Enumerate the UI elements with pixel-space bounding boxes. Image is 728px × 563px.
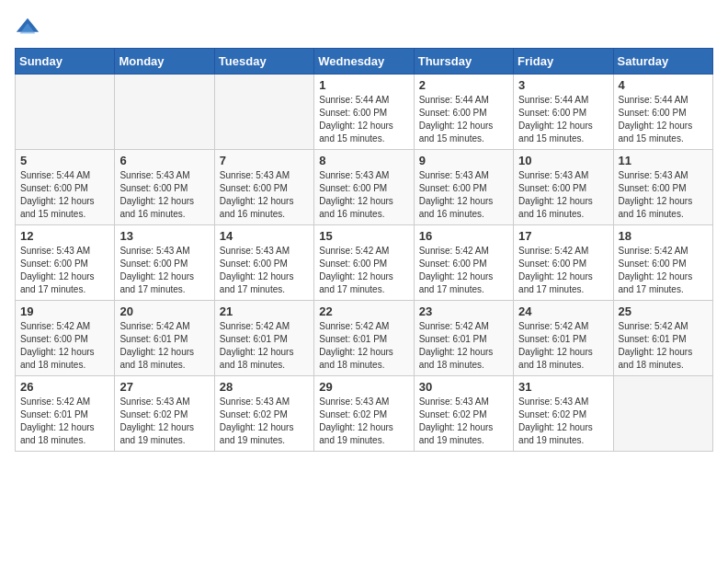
day-number: 23 — [419, 304, 508, 318]
weekday-header-tuesday: Tuesday — [214, 49, 313, 75]
day-info: Sunrise: 5:42 AM Sunset: 6:01 PM Dayligh… — [518, 320, 608, 372]
day-info: Sunrise: 5:42 AM Sunset: 6:01 PM Dayligh… — [319, 320, 408, 372]
calendar-week-2: 5Sunrise: 5:44 AM Sunset: 6:00 PM Daylig… — [16, 150, 713, 225]
day-info: Sunrise: 5:43 AM Sunset: 6:00 PM Dayligh… — [20, 245, 109, 296]
day-info: Sunrise: 5:42 AM Sunset: 6:01 PM Dayligh… — [220, 320, 309, 372]
day-info: Sunrise: 5:44 AM Sunset: 6:00 PM Dayligh… — [619, 94, 708, 145]
header — [15, 15, 713, 40]
day-info: Sunrise: 5:42 AM Sunset: 6:00 PM Dayligh… — [518, 245, 608, 296]
day-info: Sunrise: 5:42 AM Sunset: 6:00 PM Dayligh… — [419, 245, 508, 296]
day-number: 18 — [619, 229, 708, 243]
calendar-week-3: 12Sunrise: 5:43 AM Sunset: 6:00 PM Dayli… — [16, 225, 713, 301]
day-info: Sunrise: 5:42 AM Sunset: 6:00 PM Dayligh… — [319, 245, 408, 296]
calendar-cell: 20Sunrise: 5:42 AM Sunset: 6:01 PM Dayli… — [115, 301, 214, 376]
calendar-cell: 22Sunrise: 5:42 AM Sunset: 6:01 PM Dayli… — [314, 301, 414, 376]
day-number: 22 — [319, 304, 408, 318]
day-number: 2 — [419, 78, 508, 92]
calendar-cell — [214, 75, 313, 150]
day-number: 28 — [220, 380, 309, 394]
day-info: Sunrise: 5:42 AM Sunset: 6:01 PM Dayligh… — [20, 396, 109, 447]
day-info: Sunrise: 5:43 AM Sunset: 6:00 PM Dayligh… — [419, 169, 508, 221]
logo — [15, 15, 44, 40]
day-number: 14 — [220, 229, 309, 243]
day-info: Sunrise: 5:44 AM Sunset: 6:00 PM Dayligh… — [319, 94, 408, 145]
calendar-cell: 1Sunrise: 5:44 AM Sunset: 6:00 PM Daylig… — [314, 75, 414, 150]
calendar-cell: 11Sunrise: 5:43 AM Sunset: 6:00 PM Dayli… — [613, 150, 712, 225]
calendar-cell — [16, 75, 115, 150]
day-info: Sunrise: 5:43 AM Sunset: 6:02 PM Dayligh… — [518, 396, 608, 447]
calendar-cell: 13Sunrise: 5:43 AM Sunset: 6:00 PM Dayli… — [115, 225, 214, 301]
calendar-cell: 23Sunrise: 5:42 AM Sunset: 6:01 PM Dayli… — [414, 301, 513, 376]
day-number: 4 — [619, 78, 708, 92]
calendar-cell: 8Sunrise: 5:43 AM Sunset: 6:00 PM Daylig… — [314, 150, 414, 225]
day-number: 15 — [319, 229, 408, 243]
day-number: 17 — [518, 229, 608, 243]
calendar-cell: 14Sunrise: 5:43 AM Sunset: 6:00 PM Dayli… — [214, 225, 313, 301]
day-info: Sunrise: 5:43 AM Sunset: 6:00 PM Dayligh… — [220, 169, 309, 221]
calendar-cell: 29Sunrise: 5:43 AM Sunset: 6:02 PM Dayli… — [314, 376, 414, 452]
calendar-week-5: 26Sunrise: 5:42 AM Sunset: 6:01 PM Dayli… — [16, 376, 713, 452]
day-number: 20 — [119, 304, 209, 318]
day-info: Sunrise: 5:43 AM Sunset: 6:02 PM Dayligh… — [119, 396, 209, 447]
day-info: Sunrise: 5:43 AM Sunset: 6:00 PM Dayligh… — [220, 245, 309, 296]
day-number: 31 — [518, 380, 608, 394]
day-number: 29 — [319, 380, 408, 394]
calendar-cell: 7Sunrise: 5:43 AM Sunset: 6:00 PM Daylig… — [214, 150, 313, 225]
weekday-header-row: SundayMondayTuesdayWednesdayThursdayFrid… — [16, 49, 713, 75]
day-number: 16 — [419, 229, 508, 243]
weekday-header-saturday: Saturday — [613, 49, 712, 75]
calendar-cell: 10Sunrise: 5:43 AM Sunset: 6:00 PM Dayli… — [514, 150, 613, 225]
calendar-cell — [613, 376, 712, 452]
day-info: Sunrise: 5:43 AM Sunset: 6:00 PM Dayligh… — [518, 169, 608, 221]
day-info: Sunrise: 5:42 AM Sunset: 6:00 PM Dayligh… — [619, 245, 708, 296]
day-number: 1 — [319, 78, 408, 92]
day-number: 10 — [518, 154, 608, 167]
day-info: Sunrise: 5:42 AM Sunset: 6:01 PM Dayligh… — [619, 320, 708, 372]
day-info: Sunrise: 5:43 AM Sunset: 6:02 PM Dayligh… — [319, 396, 408, 447]
weekday-header-monday: Monday — [115, 49, 214, 75]
day-info: Sunrise: 5:44 AM Sunset: 6:00 PM Dayligh… — [518, 94, 608, 145]
day-info: Sunrise: 5:42 AM Sunset: 6:01 PM Dayligh… — [419, 320, 508, 372]
day-number: 19 — [20, 304, 109, 318]
calendar-cell: 15Sunrise: 5:42 AM Sunset: 6:00 PM Dayli… — [314, 225, 414, 301]
calendar-cell: 30Sunrise: 5:43 AM Sunset: 6:02 PM Dayli… — [414, 376, 513, 452]
day-number: 26 — [20, 380, 109, 394]
calendar-cell: 6Sunrise: 5:43 AM Sunset: 6:00 PM Daylig… — [115, 150, 214, 225]
day-info: Sunrise: 5:44 AM Sunset: 6:00 PM Dayligh… — [20, 169, 109, 221]
calendar-cell: 5Sunrise: 5:44 AM Sunset: 6:00 PM Daylig… — [16, 150, 115, 225]
calendar-cell: 19Sunrise: 5:42 AM Sunset: 6:00 PM Dayli… — [16, 301, 115, 376]
day-number: 27 — [119, 380, 209, 394]
calendar-cell: 2Sunrise: 5:44 AM Sunset: 6:00 PM Daylig… — [414, 75, 513, 150]
calendar-cell: 26Sunrise: 5:42 AM Sunset: 6:01 PM Dayli… — [16, 376, 115, 452]
calendar-cell: 27Sunrise: 5:43 AM Sunset: 6:02 PM Dayli… — [115, 376, 214, 452]
calendar-cell: 31Sunrise: 5:43 AM Sunset: 6:02 PM Dayli… — [514, 376, 613, 452]
logo-icon — [15, 15, 40, 40]
day-number: 3 — [518, 78, 608, 92]
day-info: Sunrise: 5:42 AM Sunset: 6:00 PM Dayligh… — [20, 320, 109, 372]
calendar-cell: 18Sunrise: 5:42 AM Sunset: 6:00 PM Dayli… — [613, 225, 712, 301]
day-info: Sunrise: 5:43 AM Sunset: 6:00 PM Dayligh… — [119, 169, 209, 221]
day-info: Sunrise: 5:43 AM Sunset: 6:02 PM Dayligh… — [419, 396, 508, 447]
day-number: 30 — [419, 380, 508, 394]
day-info: Sunrise: 5:43 AM Sunset: 6:00 PM Dayligh… — [619, 169, 708, 221]
day-number: 6 — [119, 154, 209, 167]
day-info: Sunrise: 5:43 AM Sunset: 6:02 PM Dayligh… — [220, 396, 309, 447]
weekday-header-thursday: Thursday — [414, 49, 513, 75]
weekday-header-friday: Friday — [514, 49, 613, 75]
calendar-cell: 24Sunrise: 5:42 AM Sunset: 6:01 PM Dayli… — [514, 301, 613, 376]
day-number: 24 — [518, 304, 608, 318]
day-info: Sunrise: 5:42 AM Sunset: 6:01 PM Dayligh… — [119, 320, 209, 372]
calendar-cell: 16Sunrise: 5:42 AM Sunset: 6:00 PM Dayli… — [414, 225, 513, 301]
calendar-week-4: 19Sunrise: 5:42 AM Sunset: 6:00 PM Dayli… — [16, 301, 713, 376]
day-number: 21 — [220, 304, 309, 318]
calendar-cell: 17Sunrise: 5:42 AM Sunset: 6:00 PM Dayli… — [514, 225, 613, 301]
day-number: 11 — [619, 154, 708, 167]
calendar-cell: 9Sunrise: 5:43 AM Sunset: 6:00 PM Daylig… — [414, 150, 513, 225]
calendar-cell: 21Sunrise: 5:42 AM Sunset: 6:01 PM Dayli… — [214, 301, 313, 376]
calendar-week-1: 1Sunrise: 5:44 AM Sunset: 6:00 PM Daylig… — [16, 75, 713, 150]
day-number: 25 — [619, 304, 708, 318]
calendar: SundayMondayTuesdayWednesdayThursdayFrid… — [15, 48, 713, 452]
calendar-cell: 12Sunrise: 5:43 AM Sunset: 6:00 PM Dayli… — [16, 225, 115, 301]
day-number: 12 — [20, 229, 109, 243]
calendar-cell: 3Sunrise: 5:44 AM Sunset: 6:00 PM Daylig… — [514, 75, 613, 150]
